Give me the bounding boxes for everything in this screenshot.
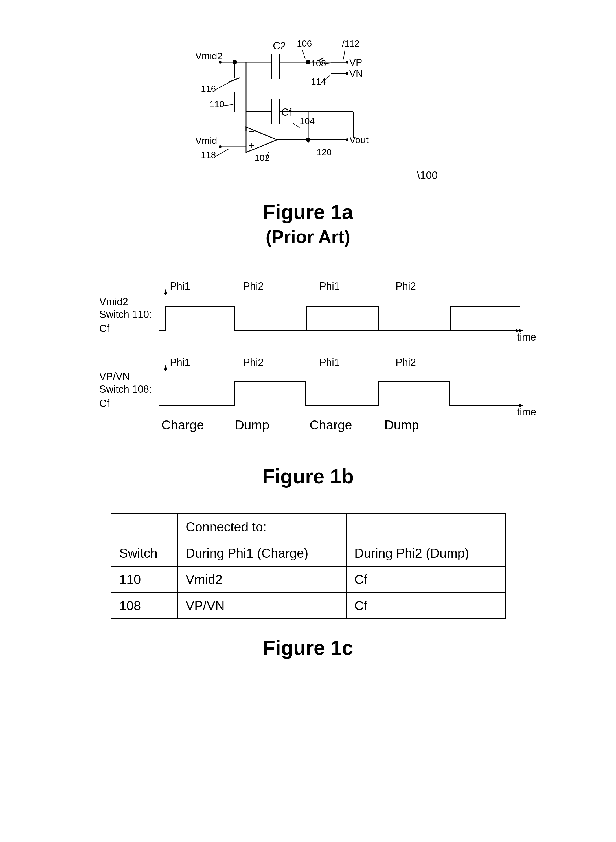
figure-1c-container: Connected to: Switch During Phi1 (Charge… [23,513,593,662]
svg-line-57 [302,50,305,59]
svg-text:/112: /112 [342,38,359,48]
svg-text:Phi2: Phi2 [396,281,416,292]
svg-text:C2: C2 [273,40,286,52]
timing-diagram: Vmid2 Switch 110: Cf Phi1 Phi2 Phi1 Phi2 [97,276,520,456]
table-col2-header: During Phi1 (Charge) [177,540,346,566]
svg-text:Cf: Cf [99,398,110,409]
svg-text:110: 110 [210,99,224,109]
svg-line-51 [343,50,345,59]
figure-1a-container: C2 Cf Vmid2 [23,17,593,259]
table-col1-header: Switch [111,540,177,566]
svg-text:Phi2: Phi2 [243,281,264,292]
svg-text:Vmid2: Vmid2 [99,296,128,307]
table-cell-empty [111,514,177,540]
svg-marker-69 [164,289,167,294]
svg-marker-83 [164,365,167,370]
table-row-0: 110 Vmid2 Cf [111,566,505,593]
svg-text:Vmid: Vmid [195,135,217,146]
svg-text:Phi1: Phi1 [320,357,340,368]
svg-text:Charge: Charge [161,417,204,432]
svg-text:+: + [248,140,254,151]
table-header-row-1: Switch During Phi1 (Charge) During Phi2 … [111,540,505,566]
svg-text:time: time [517,331,536,343]
svg-text:104: 104 [300,116,315,126]
svg-text:Phi1: Phi1 [170,357,190,368]
svg-point-45 [346,61,349,63]
svg-text:Switch 108:: Switch 108: [99,384,152,395]
svg-text:108: 108 [311,58,326,68]
svg-text:120: 120 [317,147,331,157]
svg-text:Charge: Charge [309,417,352,432]
table-cell-phi2-1: Cf [346,593,505,619]
svg-point-48 [346,72,349,75]
figure-1c-table: Connected to: Switch During Phi1 (Charge… [111,513,506,619]
svg-text:106: 106 [297,38,312,48]
svg-text:VP: VP [349,57,362,68]
svg-text:Phi2: Phi2 [396,357,416,368]
table-row-1: 108 VP/VN Cf [111,593,505,619]
table-cell-switch-1: 108 [111,593,177,619]
figure-1c-title: Figure 1c [263,636,353,659]
table-header-row-0: Connected to: [111,514,505,540]
svg-text:Switch 110:: Switch 110: [99,309,152,320]
svg-text:114: 114 [311,76,326,87]
svg-line-23 [223,104,233,106]
svg-text:116: 116 [201,84,216,94]
page: C2 Cf Vmid2 [0,0,616,842]
svg-text:Cf: Cf [99,323,110,334]
svg-text:time: time [517,406,536,417]
figure-1b-container: Vmid2 Switch 110: Cf Phi1 Phi2 Phi1 Phi2 [23,276,593,491]
svg-line-20 [215,81,232,90]
figure-1a-subtitle: (Prior Art) [266,226,351,247]
svg-text:Vmid2: Vmid2 [195,50,222,61]
svg-text:118: 118 [201,150,216,160]
table-cell-phi1-1: VP/VN [177,593,346,619]
svg-point-29 [219,145,221,148]
figure-1b-title: Figure 1b [262,465,353,488]
svg-text:Cf: Cf [281,106,292,118]
svg-text:Vout: Vout [349,134,369,145]
circuit-diagram: C2 Cf Vmid2 [190,17,444,192]
table-cell-phi1-0: Vmid2 [177,566,346,593]
figure-1a-title: Figure 1a [263,200,353,223]
table-col3-header: During Phi2 (Dump) [346,540,505,566]
svg-point-16 [219,61,221,63]
svg-text:Phi1: Phi1 [170,281,190,292]
svg-text:VP/VN: VP/VN [99,371,130,382]
table-cell-empty-2 [346,514,505,540]
svg-text:Phi2: Phi2 [243,357,264,368]
svg-text:−: − [248,126,254,137]
svg-line-32 [215,149,229,157]
svg-text:Dump: Dump [235,417,270,432]
svg-text:VN: VN [349,68,362,79]
svg-text:Phi1: Phi1 [320,281,340,292]
svg-text:Dump: Dump [384,417,419,432]
table-cell-phi2-0: Cf [346,566,505,593]
svg-line-59 [293,123,300,128]
svg-text:102: 102 [255,153,270,163]
ref-100-label: \100 [417,169,438,182]
table-cell-switch-0: 110 [111,566,177,593]
svg-point-39 [346,138,349,141]
table-cell-connected-to: Connected to: [177,514,346,540]
svg-line-18 [229,78,241,82]
